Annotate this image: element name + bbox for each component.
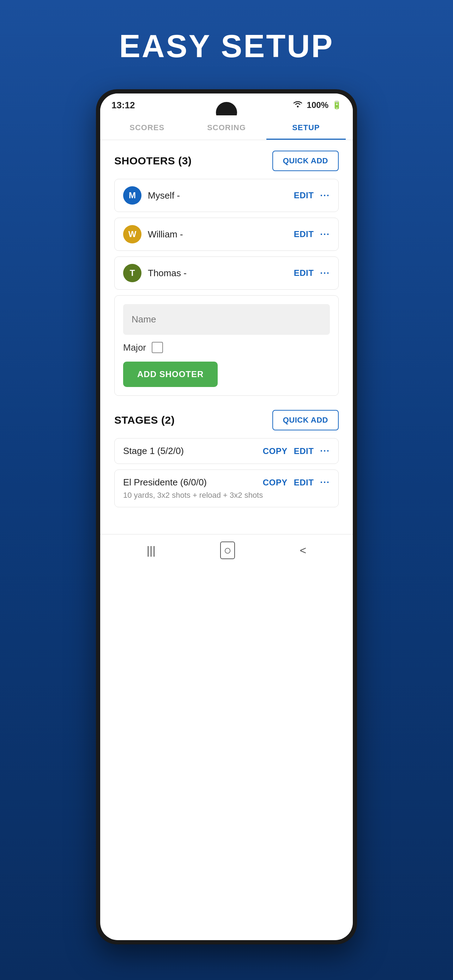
tab-setup[interactable]: SETUP	[266, 115, 346, 140]
stages-header: STAGES (2) QUICK ADD	[114, 410, 339, 430]
avatar-thomas: T	[123, 264, 141, 282]
shooter-actions-thomas: EDIT ···	[294, 268, 330, 279]
copy-stage1-button[interactable]: COPY	[263, 446, 288, 456]
bottom-nav: ||| ○ <	[100, 534, 353, 566]
page-title: EASY SETUP	[119, 28, 334, 65]
stage-description-2: 10 yards, 3x2 shots + reload + 3x2 shots	[123, 491, 330, 500]
more-stage2-button[interactable]: ···	[320, 477, 330, 488]
avatar-william: W	[123, 225, 141, 243]
main-content: SHOOTERS (3) QUICK ADD M Myself - EDIT ·…	[100, 140, 353, 523]
shooter-card-myself: M Myself - EDIT ···	[114, 179, 339, 212]
stage-name-2: El Presidente (6/0/0)	[123, 477, 263, 488]
svg-point-0	[297, 105, 299, 107]
shooter-name-input[interactable]	[123, 304, 330, 335]
battery-level: 100%	[307, 100, 329, 110]
battery-icon: 🔋	[332, 100, 342, 110]
nav-back-icon[interactable]: <	[300, 544, 307, 557]
add-shooter-form: Major ADD SHOOTER	[114, 295, 339, 396]
more-myself-button[interactable]: ···	[320, 190, 330, 201]
shooter-card-thomas: T Thomas - EDIT ···	[114, 256, 339, 290]
stages-section: STAGES (2) QUICK ADD Stage 1 (5/2/0) COP…	[114, 410, 339, 507]
wifi-icon	[292, 100, 304, 111]
copy-stage2-button[interactable]: COPY	[263, 478, 288, 488]
tab-bar: SCORES SCORING SETUP	[100, 115, 353, 140]
stages-quick-add-button[interactable]: QUICK ADD	[272, 410, 339, 430]
shooter-name-thomas: Thomas -	[148, 268, 294, 279]
stage-top-2: El Presidente (6/0/0) COPY EDIT ···	[123, 477, 330, 488]
edit-thomas-button[interactable]: EDIT	[294, 268, 314, 278]
stages-title: STAGES (2)	[114, 414, 175, 426]
major-label: Major	[123, 342, 146, 353]
more-thomas-button[interactable]: ···	[320, 268, 330, 279]
major-row: Major	[123, 342, 330, 353]
edit-stage2-button[interactable]: EDIT	[294, 478, 314, 488]
phone-screen: 13:12 100% 🔋 SCORES SCORING SETUP	[100, 94, 353, 940]
shooter-card-william: W William - EDIT ···	[114, 218, 339, 251]
stage-card-1: Stage 1 (5/2/0) COPY EDIT ···	[114, 438, 339, 464]
stage-top-1: Stage 1 (5/2/0) COPY EDIT ···	[123, 445, 330, 457]
status-right: 100% 🔋	[292, 100, 342, 111]
status-bar: 13:12 100% 🔋	[100, 94, 353, 115]
edit-stage1-button[interactable]: EDIT	[294, 446, 314, 456]
shooters-header: SHOOTERS (3) QUICK ADD	[114, 151, 339, 171]
stage-card-2: El Presidente (6/0/0) COPY EDIT ··· 10 y…	[114, 469, 339, 507]
add-shooter-button[interactable]: ADD SHOOTER	[123, 361, 218, 387]
shooter-name-william: William -	[148, 229, 294, 240]
major-checkbox[interactable]	[152, 342, 163, 353]
nav-home-icon[interactable]: ○	[220, 541, 235, 559]
shooters-title: SHOOTERS (3)	[114, 155, 192, 167]
edit-myself-button[interactable]: EDIT	[294, 191, 314, 200]
more-william-button[interactable]: ···	[320, 229, 330, 240]
shooters-quick-add-button[interactable]: QUICK ADD	[272, 151, 339, 171]
edit-william-button[interactable]: EDIT	[294, 229, 314, 239]
avatar-myself: M	[123, 186, 141, 205]
shooter-name-myself: Myself -	[148, 190, 294, 201]
phone-frame: 13:12 100% 🔋 SCORES SCORING SETUP	[96, 89, 357, 944]
shooter-actions-william: EDIT ···	[294, 229, 330, 240]
shooter-actions-myself: EDIT ···	[294, 190, 330, 201]
nav-menu-icon[interactable]: |||	[147, 544, 156, 557]
tab-scores[interactable]: SCORES	[107, 115, 187, 140]
stage-name-1: Stage 1 (5/2/0)	[123, 445, 263, 457]
tab-scoring[interactable]: SCORING	[187, 115, 266, 140]
more-stage1-button[interactable]: ···	[320, 445, 330, 457]
status-time: 13:12	[111, 100, 135, 111]
